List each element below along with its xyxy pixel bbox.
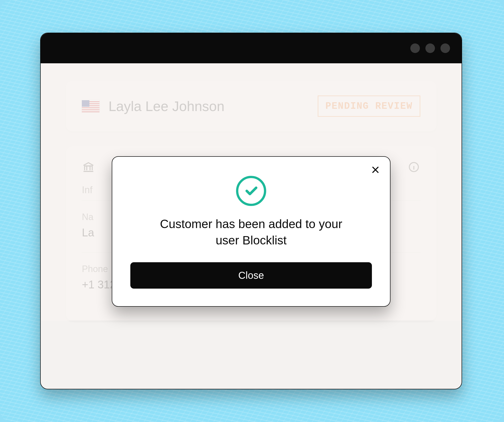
window-control-dot[interactable] (410, 43, 420, 53)
window-content: Layla Lee Johnson PENDING REVIEW (41, 63, 462, 321)
us-flag-icon (82, 100, 99, 112)
stage: Layla Lee Johnson PENDING REVIEW (0, 0, 504, 422)
customer-name-wrap: Layla Lee Johnson (82, 98, 225, 114)
bank-icon (82, 161, 95, 174)
close-button[interactable]: Close (130, 262, 372, 289)
confirmation-modal: Customer has been added to your user Blo… (112, 156, 390, 307)
customer-header-card: Layla Lee Johnson PENDING REVIEW (66, 81, 436, 131)
modal-message: Customer has been added to your user Blo… (156, 216, 347, 249)
window-control-dot[interactable] (440, 43, 450, 53)
close-icon[interactable] (370, 164, 381, 175)
check-circle-icon (236, 176, 266, 206)
app-window: Layla Lee Johnson PENDING REVIEW (40, 33, 462, 389)
window-control-dot[interactable] (425, 43, 435, 53)
titlebar (41, 33, 462, 63)
info-icon[interactable] (407, 161, 420, 174)
customer-name: Layla Lee Johnson (108, 98, 225, 114)
status-badge: PENDING REVIEW (318, 95, 420, 117)
